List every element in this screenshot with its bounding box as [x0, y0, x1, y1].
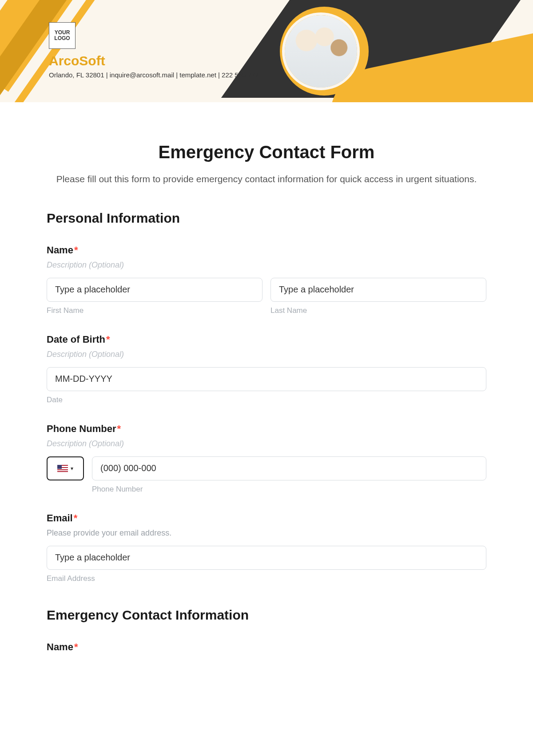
required-mark: * — [117, 423, 121, 434]
field-name: Name* Description (Optional) First Name … — [47, 244, 486, 315]
first-name-input[interactable] — [47, 278, 263, 302]
form-subtitle: Please fill out this form to provide eme… — [47, 172, 486, 186]
required-mark: * — [106, 334, 110, 345]
chevron-down-icon: ▾ — [71, 465, 73, 472]
form-container: Emergency Contact Form Please fill out t… — [0, 102, 533, 653]
dob-input[interactable] — [47, 367, 486, 391]
desc-name[interactable]: Description (Optional) — [47, 260, 486, 270]
desc-dob[interactable]: Description (Optional) — [47, 350, 486, 359]
field-phone: Phone Number* Description (Optional) ▾ P… — [47, 423, 486, 494]
sublabel-first-name: First Name — [47, 306, 263, 315]
us-flag-icon — [57, 465, 68, 472]
form-title: Emergency Contact Form — [47, 142, 486, 162]
country-code-selector[interactable]: ▾ — [47, 456, 84, 480]
required-mark: * — [74, 641, 78, 652]
section-emergency-contact: Emergency Contact Information — [47, 608, 486, 623]
field-ec-name: Name* — [47, 641, 486, 653]
company-name: ArcoSoft — [49, 53, 105, 68]
desc-email: Please provide your email address. — [47, 528, 486, 538]
required-mark: * — [74, 244, 78, 256]
label-email-text: Email — [47, 512, 73, 524]
header-banner: YOUR LOGO ArcoSoft Orlando, FL 32801 | i… — [0, 0, 533, 102]
field-dob: Date of Birth* Description (Optional) Da… — [47, 334, 486, 404]
label-dob: Date of Birth* — [47, 334, 486, 345]
label-name-text: Name — [47, 244, 73, 256]
logo-placeholder: YOUR LOGO — [49, 22, 76, 49]
label-phone: Phone Number* — [47, 423, 486, 435]
company-tagline: Orlando, FL 32801 | inquire@arcosoft.mai… — [49, 71, 259, 79]
header-photo — [282, 12, 360, 90]
section-personal-info: Personal Information — [47, 211, 486, 226]
label-dob-text: Date of Birth — [47, 334, 105, 345]
required-mark: * — [74, 512, 78, 524]
sublabel-dob: Date — [47, 396, 486, 404]
label-ec-name-text: Name — [47, 641, 73, 652]
sublabel-last-name: Last Name — [270, 306, 486, 315]
field-email: Email* Please provide your email address… — [47, 512, 486, 583]
last-name-input[interactable] — [270, 278, 486, 302]
label-email: Email* — [47, 512, 486, 524]
sublabel-phone: Phone Number — [92, 485, 486, 494]
label-name: Name* — [47, 244, 486, 256]
label-phone-text: Phone Number — [47, 423, 116, 434]
sublabel-email: Email Address — [47, 574, 486, 583]
label-ec-name: Name* — [47, 641, 486, 653]
email-input[interactable] — [47, 546, 486, 570]
desc-phone[interactable]: Description (Optional) — [47, 439, 486, 448]
phone-input[interactable] — [92, 456, 486, 480]
